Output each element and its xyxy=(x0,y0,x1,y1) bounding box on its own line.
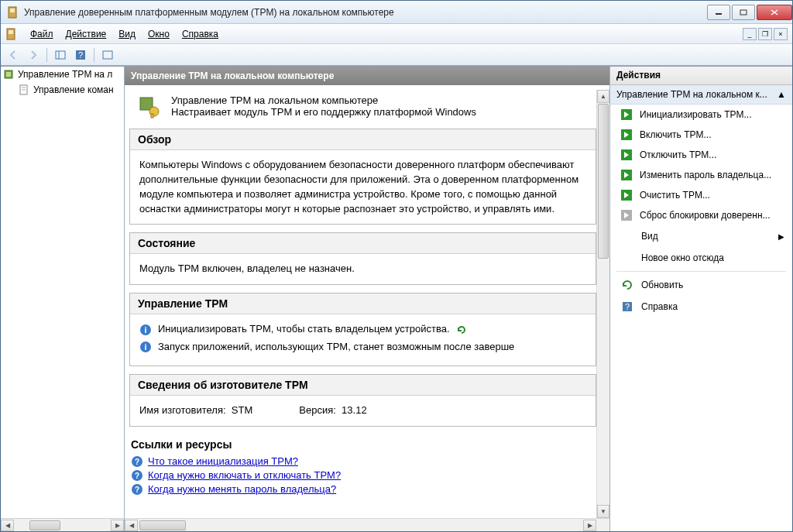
action-help[interactable]: ? Справка xyxy=(610,296,792,317)
toolbar-separator xyxy=(46,48,47,62)
menu-view[interactable]: Вид xyxy=(112,27,142,41)
svg-text:?: ? xyxy=(135,472,139,480)
arrow-right-icon xyxy=(621,170,632,180)
mdi-restore-button[interactable]: ❐ xyxy=(758,28,772,40)
svg-rect-7 xyxy=(9,30,13,34)
help-icon: ? xyxy=(131,469,143,482)
tree-child-label: Управление коман xyxy=(33,84,114,95)
menu-action[interactable]: Действие xyxy=(60,27,113,41)
center-panel: Управление TPM на локальном компьютере У… xyxy=(125,67,609,531)
link-enable[interactable]: Когда нужно включать и отключать TPM? xyxy=(148,469,341,481)
scroll-right-arrow[interactable]: ▶ xyxy=(111,520,124,531)
mdi-close-button[interactable]: × xyxy=(774,28,788,40)
arrow-right-icon xyxy=(621,210,632,221)
link-row: ? Когда нужно менять пароль владельца? xyxy=(129,482,596,496)
scroll-down-arrow[interactable]: ▼ xyxy=(597,505,609,518)
action-disable[interactable]: Отключить TPM... xyxy=(610,145,792,165)
close-button[interactable] xyxy=(757,5,792,20)
intro-subtitle: Настраивает модуль TPM и его поддержку п… xyxy=(171,106,476,118)
link-row: ? Когда нужно включать и отключать TPM? xyxy=(129,469,596,482)
arrow-right-icon xyxy=(621,129,632,140)
action-clear[interactable]: Очистить TPM... xyxy=(610,185,792,205)
scroll-up-arrow[interactable]: ▲ xyxy=(597,90,609,103)
tree-root[interactable]: Управление TPM на л xyxy=(1,67,124,82)
minimize-button[interactable] xyxy=(707,5,730,20)
action-reset-lockout[interactable]: Сброс блокировки доверенн... xyxy=(610,205,792,225)
back-button[interactable] xyxy=(4,46,22,63)
blank-icon xyxy=(621,252,633,264)
svg-text:?: ? xyxy=(78,50,83,60)
center-hscrollbar[interactable]: ◀ ▶ xyxy=(125,518,609,531)
scroll-thumb[interactable] xyxy=(29,520,60,530)
chip-icon xyxy=(2,68,15,81)
help-icon: ? xyxy=(131,483,143,496)
intro-row: Управление TPM на локальном компьютере Н… xyxy=(129,90,596,129)
action-view[interactable]: Вид ▶ xyxy=(610,225,792,247)
action-enable[interactable]: Включить TPM... xyxy=(610,125,792,145)
window-controls xyxy=(705,5,792,20)
scroll-left-arrow[interactable]: ◀ xyxy=(125,520,138,531)
svg-rect-3 xyxy=(740,10,747,15)
tree-hscrollbar[interactable]: ◀ ▶ xyxy=(1,518,124,531)
mdi-minimize-button[interactable]: _ xyxy=(743,28,757,40)
link-init[interactable]: Что такое инициализация TPM? xyxy=(148,455,298,467)
action-new-window[interactable]: Новое окно отсюда xyxy=(610,247,792,269)
svg-rect-8 xyxy=(56,51,65,59)
help-button[interactable]: ? xyxy=(71,46,90,63)
scroll-thumb[interactable] xyxy=(139,520,186,530)
collapse-arrow-icon: ▲ xyxy=(777,89,786,100)
action-initialize[interactable]: Инициализировать TPM... xyxy=(610,105,792,125)
links-heading: Ссылки и ресурсы xyxy=(129,434,596,455)
links-section: Ссылки и ресурсы ? Что такое инициализац… xyxy=(129,434,596,496)
submenu-arrow-icon: ▶ xyxy=(778,232,784,241)
svg-rect-14 xyxy=(6,72,11,77)
svg-rect-20 xyxy=(151,114,153,118)
refresh-small-icon xyxy=(456,324,467,335)
actions-subheader[interactable]: Управление TPM на локальном к... ▲ xyxy=(610,85,792,105)
scroll-left-arrow[interactable]: ◀ xyxy=(1,520,14,531)
menu-help[interactable]: Справка xyxy=(176,27,225,41)
actions-panel: Действия Управление TPM на локальном к..… xyxy=(609,67,792,531)
arrow-right-icon xyxy=(621,149,632,160)
tpm-app-icon xyxy=(7,6,19,19)
action-separator xyxy=(616,271,786,272)
arrow-right-icon xyxy=(621,190,632,201)
link-row: ? Что такое инициализация TPM? xyxy=(129,455,596,469)
maximize-button[interactable] xyxy=(732,5,755,20)
refresh-icon xyxy=(621,279,633,291)
svg-text:?: ? xyxy=(135,458,139,466)
mfr-version-label: Версия: xyxy=(299,404,336,416)
mfr-version-value: 13.12 xyxy=(342,404,367,416)
intro-title: Управление TPM на локальном компьютере xyxy=(171,94,476,106)
manage-section: Управление TPM i Инициализировать TPM, ч… xyxy=(129,293,596,366)
manage-item-2: i Запуск приложений, использующих TPM, с… xyxy=(139,340,586,355)
toolbar-extra-button[interactable] xyxy=(98,46,117,63)
action-refresh[interactable]: Обновить xyxy=(610,274,792,296)
show-hide-tree-button[interactable] xyxy=(51,46,70,63)
manufacturer-section: Сведения об изготовителе TPM Имя изготов… xyxy=(129,374,596,427)
svg-text:i: i xyxy=(144,325,146,335)
mmc-window: Управление доверенным платформенным моду… xyxy=(0,0,793,532)
menu-file[interactable]: Файл xyxy=(24,27,60,41)
tree-root-label: Управление TPM на л xyxy=(18,69,112,80)
svg-text:?: ? xyxy=(625,302,630,311)
center-header: Управление TPM на локальном компьютере xyxy=(125,67,609,85)
link-password[interactable]: Когда нужно менять пароль владельца? xyxy=(148,483,336,495)
info-icon: i xyxy=(139,341,152,353)
forward-button[interactable] xyxy=(24,46,43,63)
action-change-password[interactable]: Изменить пароль владельца... xyxy=(610,165,792,185)
svg-rect-12 xyxy=(103,51,112,59)
status-section: Состояние Модуль TPM включен, владелец н… xyxy=(129,232,596,285)
help-icon: ? xyxy=(131,455,143,468)
center-vscrollbar[interactable]: ▲ ▼ xyxy=(596,90,609,518)
svg-text:i: i xyxy=(144,342,146,352)
overview-body: Компьютеры Windows с оборудованием безоп… xyxy=(130,150,596,224)
tree-child[interactable]: Управление коман xyxy=(1,82,124,98)
scroll-right-arrow[interactable]: ▶ xyxy=(583,520,596,531)
mfr-name-value: STM xyxy=(232,404,252,416)
scroll-thumb[interactable] xyxy=(598,104,609,259)
svg-rect-1 xyxy=(10,9,15,12)
titlebar: Управление доверенным платформенным моду… xyxy=(1,1,792,24)
menu-window[interactable]: Окно xyxy=(142,27,176,41)
overview-section: Обзор Компьютеры Windows с оборудованием… xyxy=(129,129,596,225)
